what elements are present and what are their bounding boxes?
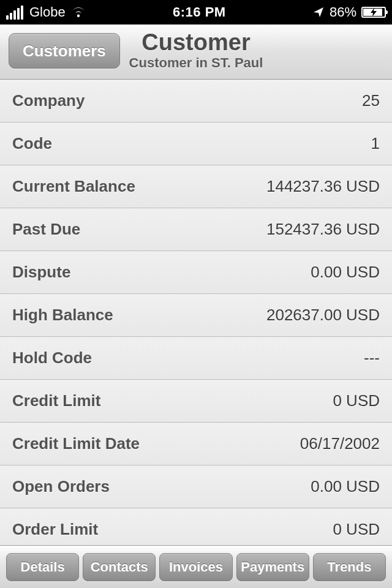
battery-icon xyxy=(361,7,386,18)
tab-payments[interactable]: Payments xyxy=(236,553,309,581)
row-value: 202637.00 USD xyxy=(266,306,380,325)
back-button-label: Customers xyxy=(23,42,106,61)
tab-bar: Details Contacts Invoices Payments Trend… xyxy=(0,545,392,588)
row-dispute: Dispute 0.00 USD xyxy=(0,251,392,294)
tab-label: Payments xyxy=(241,559,304,575)
row-label: Open Orders xyxy=(12,477,110,496)
tab-invoices[interactable]: Invoices xyxy=(159,553,232,581)
row-label: Credit Limit xyxy=(12,391,100,410)
carrier-label: Globe xyxy=(29,4,66,20)
row-code: Code 1 xyxy=(0,123,392,165)
location-icon xyxy=(312,6,325,18)
wifi-icon xyxy=(70,6,86,18)
tab-label: Details xyxy=(21,559,65,575)
row-value: 0 USD xyxy=(333,520,380,539)
row-company: Company 25 xyxy=(0,80,392,123)
row-value: 06/17/2002 xyxy=(300,434,380,453)
tab-contacts[interactable]: Contacts xyxy=(83,553,156,581)
row-value: 144237.36 USD xyxy=(266,177,380,196)
row-open-orders: Open Orders 0.00 USD xyxy=(0,466,392,508)
row-current-balance: Current Balance 144237.36 USD xyxy=(0,165,392,208)
row-label: Code xyxy=(12,134,52,153)
row-label: Current Balance xyxy=(12,177,135,196)
row-value: --- xyxy=(364,349,380,368)
tab-label: Trends xyxy=(327,559,371,575)
row-label: High Balance xyxy=(12,306,113,325)
status-time: 6:16 PM xyxy=(173,4,226,20)
row-order-limit: Order Limit 0 USD xyxy=(0,508,392,545)
row-credit-limit: Credit Limit 0 USD xyxy=(0,380,392,423)
row-past-due: Past Due 152437.36 USD xyxy=(0,208,392,251)
row-value: 25 xyxy=(362,91,380,110)
row-value: 0.00 USD xyxy=(311,477,380,496)
row-hold-code: Hold Code --- xyxy=(0,337,392,380)
nav-header: Customers Customer Customer in ST. Paul xyxy=(0,24,392,80)
row-high-balance: High Balance 202637.00 USD xyxy=(0,294,392,337)
details-list[interactable]: Company 25 Code 1 Current Balance 144237… xyxy=(0,80,392,545)
row-label: Credit Limit Date xyxy=(12,434,140,453)
tab-label: Contacts xyxy=(91,559,148,575)
tab-label: Invoices xyxy=(169,559,223,575)
row-label: Order Limit xyxy=(12,520,98,539)
row-label: Past Due xyxy=(12,220,80,239)
tab-trends[interactable]: Trends xyxy=(313,553,386,581)
row-credit-limit-date: Credit Limit Date 06/17/2002 xyxy=(0,423,392,466)
back-button[interactable]: Customers xyxy=(9,33,120,69)
row-value: 1 xyxy=(371,134,380,153)
row-label: Dispute xyxy=(12,263,70,282)
row-value: 0.00 USD xyxy=(311,263,380,282)
row-label: Company xyxy=(12,91,85,110)
status-right: 86% xyxy=(312,4,386,20)
status-left: Globe xyxy=(6,4,86,20)
row-value: 152437.36 USD xyxy=(266,220,380,239)
tab-details[interactable]: Details xyxy=(6,553,79,581)
battery-percent: 86% xyxy=(330,4,356,20)
row-value: 0 USD xyxy=(333,391,380,410)
signal-icon xyxy=(6,6,23,20)
status-bar: Globe 6:16 PM 86% xyxy=(0,0,392,24)
row-label: Hold Code xyxy=(12,349,92,368)
